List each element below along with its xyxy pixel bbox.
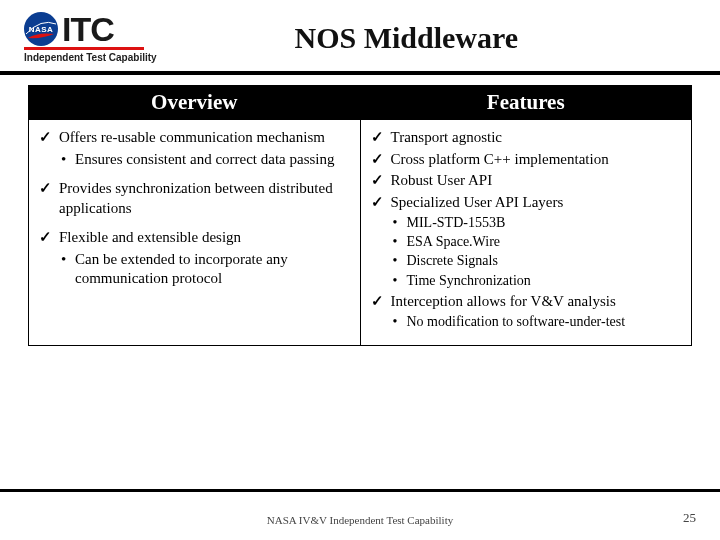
page-number: 25 [683, 510, 696, 526]
itc-text: ITC [62, 12, 114, 46]
divider-top [0, 71, 720, 75]
sub-item: Time Synchronization [391, 272, 682, 290]
feature-item: Cross platform C++ implementation [369, 150, 682, 170]
nasa-logo-icon: NASA [24, 12, 58, 46]
slide: NASA ITC Independent Test Capability NOS… [0, 0, 720, 540]
sub-item: Ensures consistent and correct data pass… [59, 150, 350, 170]
item-text: Provides synchronization between distrib… [59, 180, 333, 216]
item-text: Interception allows for V&V analysis [391, 293, 616, 309]
col-features: Features Transport agnostic Cross platfo… [360, 86, 692, 345]
feature-item: Robust User API [369, 171, 682, 191]
columns: Overview Offers re-usable communication … [28, 85, 692, 346]
footer-text: NASA IV&V Independent Test Capability [0, 514, 720, 526]
col-body-features: Transport agnostic Cross platform C++ im… [361, 120, 692, 345]
logo: NASA ITC [24, 12, 114, 46]
col-header-features: Features [361, 86, 692, 120]
overview-item: Provides synchronization between distrib… [37, 179, 350, 218]
feature-item: Specialized User API Layers MIL-STD-1553… [369, 193, 682, 290]
overview-item: Offers re-usable communication mechanism… [37, 128, 350, 169]
item-text: Flexible and extensible design [59, 229, 241, 245]
overview-item: Flexible and extensible design Can be ex… [37, 228, 350, 289]
col-overview: Overview Offers re-usable communication … [29, 86, 360, 345]
col-body-overview: Offers re-usable communication mechanism… [29, 120, 360, 311]
sub-item: Can be extended to incorporate any commu… [59, 250, 350, 289]
page-title: NOS Middleware [117, 21, 696, 55]
col-header-overview: Overview [29, 86, 360, 120]
feature-item: Transport agnostic [369, 128, 682, 148]
header: NASA ITC Independent Test Capability NOS… [24, 12, 696, 63]
sub-item: MIL-STD-1553B [391, 214, 682, 232]
item-text: Offers re-usable communication mechanism [59, 129, 325, 145]
nasa-text: NASA [29, 25, 54, 34]
item-text: Specialized User API Layers [391, 194, 564, 210]
feature-item: Interception allows for V&V analysis No … [369, 292, 682, 332]
sub-item: Discrete Signals [391, 252, 682, 270]
sub-item: No modification to software-under-test [391, 313, 682, 331]
sub-item: ESA Space.Wire [391, 233, 682, 251]
divider-bottom [0, 489, 720, 492]
